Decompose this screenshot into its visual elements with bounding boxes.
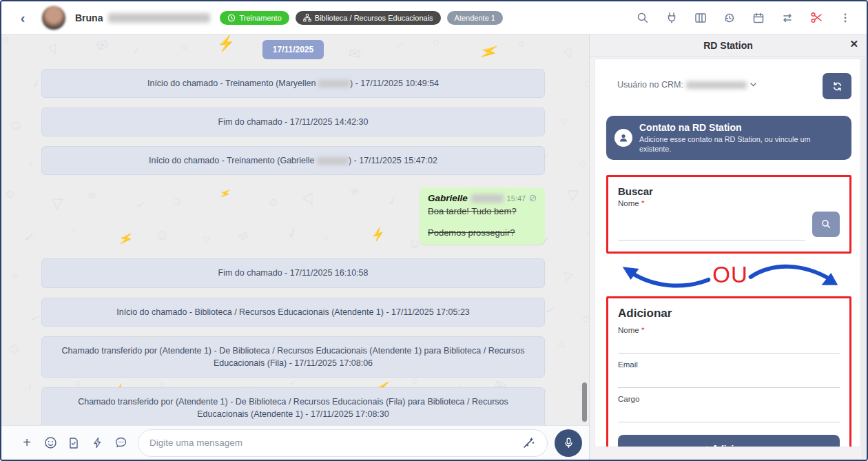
add-email-input[interactable] <box>618 369 840 388</box>
panel-body: Usuário no CRM: <box>590 57 867 460</box>
add-heading: Adicionar <box>618 307 840 320</box>
plug-icon <box>665 12 678 24</box>
search-button[interactable] <box>632 8 653 28</box>
blocked-icon <box>529 194 537 203</box>
system-message-text: Chamado transferido por (Atendente 1) - … <box>62 346 525 368</box>
search-name-label: Nome * <box>618 199 840 207</box>
crm-user-dropdown[interactable] <box>750 79 757 91</box>
search-icon <box>821 219 831 229</box>
or-text: OU <box>712 262 748 288</box>
badge-label: Atendente 1 <box>455 14 495 22</box>
system-message: Fim do chamado - 17/11/2025 16:10:58 <box>41 258 545 287</box>
system-message-text: Fim do chamado - 17/11/2025 16:10:58 <box>218 268 369 278</box>
chat-scroll-area: ☺▽✉✓○⚡☺▽✉✓○⚡☺▽✓○⚡☺▽✉✓○⚡☺▽✉✓○☺▽✉✓○⚡☺▽✉✓○⚡… <box>1 34 589 425</box>
system-message: Fim do chamado - 17/11/2025 14:42:30 <box>41 107 545 136</box>
transfer-button[interactable] <box>777 8 798 28</box>
add-section-highlight: Adicionar Nome * Email <box>606 296 851 447</box>
system-message-text: Fim do chamado - 17/11/2025 14:42:30 <box>218 117 369 127</box>
app-window: ‹ Bruna Treinamento Biblioteca / Recurso… <box>0 0 868 461</box>
panel-card: Usuário no CRM: <box>595 59 860 447</box>
add-email-label: Email <box>618 360 840 369</box>
system-message-text: Chamado transferido por (Atendente 1) - … <box>78 397 508 419</box>
add-name-label: Nome * <box>618 326 840 334</box>
banner-subtitle: Adicione esse contato na RD Station, ou … <box>639 134 843 154</box>
blurred-name <box>317 157 349 165</box>
end-call-button[interactable] <box>806 8 827 28</box>
or-annotation: OU <box>606 255 851 295</box>
search-contact-button[interactable] <box>812 212 840 237</box>
system-message: Chamado transferido por (Atendente 1) - … <box>41 336 545 378</box>
blurred-surname <box>471 194 504 203</box>
search-name-input[interactable] <box>618 218 805 240</box>
integrations-button[interactable] <box>661 8 682 28</box>
microphone-icon <box>563 437 575 449</box>
system-message: Início do chamado - Biblioteca / Recurso… <box>41 298 545 327</box>
back-button[interactable]: ‹ <box>14 9 32 27</box>
emoji-button[interactable] <box>39 431 62 455</box>
search-heading: Buscar <box>618 185 840 197</box>
crm-user-value-blurred <box>686 81 747 89</box>
panel-header: RD Station ✕ <box>590 34 867 57</box>
system-message-text: Início do chamado - Biblioteca / Recurso… <box>116 307 470 317</box>
quick-reply-button[interactable] <box>85 431 109 455</box>
contact-avatar[interactable] <box>41 6 66 30</box>
message-input[interactable] <box>149 438 517 448</box>
scissors-icon <box>810 11 823 24</box>
add-contact-button[interactable]: + Adicionar <box>618 435 840 447</box>
badge-treinamento[interactable]: Treinamento <box>220 11 289 25</box>
search-section-highlight: Buscar Nome * <box>606 175 851 254</box>
transfer-arrows-icon <box>781 12 794 24</box>
chevron-down-icon <box>750 81 757 88</box>
clock-icon <box>227 14 236 22</box>
required-asterisk: * <box>641 326 644 334</box>
record-audio-button[interactable] <box>555 429 582 457</box>
refresh-button[interactable] <box>823 73 851 99</box>
calendar-icon <box>752 12 765 24</box>
conversation-header: ‹ Bruna Treinamento Biblioteca / Recurso… <box>1 1 867 34</box>
history-button[interactable] <box>719 8 740 28</box>
system-message-text: Início do chamado - Treinamento (Maryell… <box>147 79 318 88</box>
person-circle-icon <box>614 129 632 147</box>
magic-wand-icon <box>521 436 535 450</box>
chat-column: ☺▽✉✓○⚡☺▽✉✓○⚡☺▽✓○⚡☺▽✉✓○⚡☺▽✉✓○☺▽✉✓○⚡☺▽✉✓○⚡… <box>1 34 589 460</box>
contact-name: Bruna <box>75 12 103 23</box>
system-message: Início do chamado - Treinamento (Gabriel… <box>41 146 545 175</box>
date-chip: 17/11/2025 <box>262 40 324 59</box>
system-message-text: ) - 17/11/2025 10:49:54 <box>350 79 439 88</box>
add-cargo-label: Cargo <box>618 395 840 403</box>
badge-attendant[interactable]: Atendente 1 <box>447 11 503 25</box>
attach-plus-button[interactable]: + <box>15 431 39 455</box>
ai-assist-button[interactable] <box>517 431 540 455</box>
history-icon <box>723 12 736 24</box>
contact-name-blurred <box>108 13 210 23</box>
badge-department[interactable]: Biblioteca / Recursos Educacionais <box>296 11 441 25</box>
chat-bubble-icon <box>114 436 127 449</box>
required-asterisk: * <box>641 199 644 207</box>
blurred-name <box>318 80 350 88</box>
sitemap-icon <box>303 14 311 22</box>
system-message: Início do chamado - Treinamento (Maryell… <box>41 69 545 98</box>
search-icon <box>637 12 649 24</box>
kanban-button[interactable] <box>690 8 711 28</box>
close-panel-button[interactable]: ✕ <box>849 38 858 50</box>
file-button[interactable] <box>62 431 85 455</box>
panel-scrollbar-track[interactable] <box>861 58 866 459</box>
contact-banner: Contato na RD Station Adicione esse cont… <box>606 116 851 160</box>
crm-user-row: Usuário no CRM: <box>606 68 851 99</box>
badge-label: Biblioteca / Recursos Educacionais <box>315 14 433 22</box>
deleted-message-text: Boa tarde! Tudo bem? <box>428 206 537 216</box>
comments-button[interactable] <box>109 431 132 455</box>
message-sender: Gabrielle <box>428 193 468 203</box>
system-message: Chamado transferido por (Atendente 1) - … <box>41 387 545 425</box>
add-cargo-input[interactable] <box>618 403 840 422</box>
schedule-button[interactable] <box>748 8 769 28</box>
emoji-icon <box>44 436 57 449</box>
system-message-text: ) - 17/11/2025 15:47:02 <box>349 156 437 165</box>
refresh-icon <box>832 81 843 92</box>
more-options-button[interactable] <box>835 8 856 28</box>
add-name-input[interactable] <box>618 334 840 354</box>
chat-scrollbar-thumb[interactable] <box>582 382 587 422</box>
outgoing-message-row: Gabrielle 15:47 Boa tarde! Tudo bem? Pod… <box>41 187 545 245</box>
deleted-message-text: Podemos prosseguir? <box>428 227 537 238</box>
crm-user-label: Usuário no CRM: <box>617 80 683 90</box>
